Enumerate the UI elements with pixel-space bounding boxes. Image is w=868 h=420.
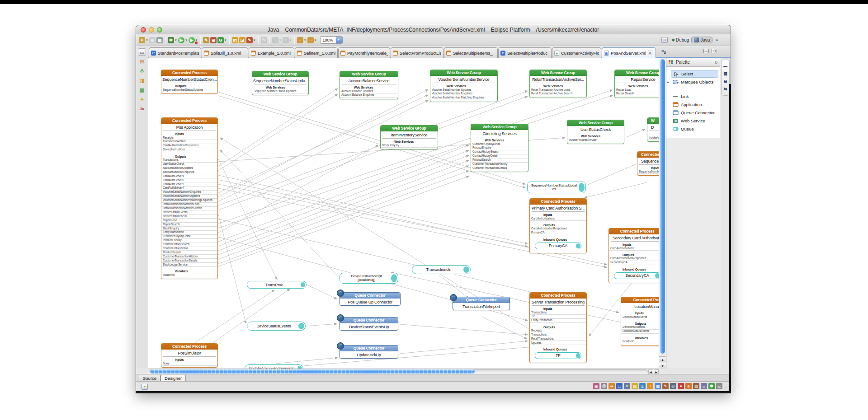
node-port[interactable]: CardAuthServer1 [161,174,217,178]
editor-tab-posandserver-xml[interactable]: ⊞PosAndServer.xml✕ [602,47,656,58]
node-port[interactable]: InvokeActi [647,136,659,140]
repair-node[interactable]: Web Service GroupRepairServiceWeb Servic… [614,70,659,98]
node-port[interactable]: Stock Enquiry [381,144,438,148]
q-seq-updates-queue[interactable]: SequenceNumberStatusUpdat es [527,182,586,193]
pos-app-node[interactable]: Connected ProcessPos ApplicationInputsRe… [161,117,218,279]
restore-view-icon[interactable]: ▭ [138,48,146,56]
notebook-icon[interactable]: ▤ [693,383,699,389]
editor-tab-selectfromproductlis[interactable]: SelectFromProductLis [391,47,443,58]
scroll-down-arrow[interactable]: ▼ [659,363,666,369]
node-port[interactable]: SequenceNumberStatus [637,170,659,174]
node-port[interactable]: Voucher Serial Number Enquiries [430,92,497,96]
debug-button[interactable]: ✱▼ [167,36,178,45]
node-port[interactable]: CustomerTransactionHistory [161,255,217,259]
node-port[interactable]: None [161,362,217,366]
node-port[interactable]: EntityTransaction [530,319,586,323]
error-log-icon[interactable]: ● [678,383,684,389]
node-port[interactable]: Account Balance Updates [340,89,398,93]
node-port[interactable]: CardAuthServer4 [161,187,217,191]
node-port[interactable]: Transactions [161,159,217,163]
node-port[interactable]: DeviceInstructions [621,326,659,330]
inbound-queue-pill[interactable]: PrimaryCA [535,243,581,249]
table-view-icon[interactable]: ▦ [655,383,661,389]
node-port[interactable]: CustomerTransactionDetails [161,259,217,263]
tag-view-icon[interactable]: a [685,383,692,389]
seq-ws-node[interactable]: Web Service GroupSequenceNumberStatusUpd… [252,71,309,95]
editor-tab-sellitem-1-0-xml[interactable]: SellItem_1.0.xml [295,47,338,58]
node-port[interactable]: AccountBalanceUpdates [161,166,217,170]
node-port[interactable]: VoucherSerialNumberEnquiries [161,191,217,195]
node-port[interactable]: StockEnquiry [161,227,217,231]
canvas-horizontal-scrollbar[interactable]: ◀ ▶ [148,369,659,374]
scheduler-icon[interactable]: ◔ [647,383,653,389]
q-device-status-queue[interactable]: DeviceStatusEvents [247,322,306,331]
tab-source[interactable]: Source [139,375,160,381]
seq-client-node[interactable]: Connected ProcessSequenceNumberStatusCli… [161,70,218,94]
console-icon[interactable]: ◱ [716,383,722,389]
palette-item-queue-connector[interactable]: Queue Connector [671,109,718,117]
node-port[interactable]: AccountBalanceEnquiries [161,170,217,174]
minimized-bar-icon[interactable]: ▬ [722,63,729,69]
palette-item-queue[interactable]: Queue [671,125,718,133]
run-external-button[interactable]: ▶▼ [188,36,198,45]
import-button[interactable]: ↓▼ [272,36,282,45]
expander-icon[interactable]: ▸ [667,80,669,84]
zoom-dropdown-button[interactable]: ▼ [336,37,342,43]
forward-button[interactable]: →▼ [307,36,317,45]
node-port[interactable]: CardAuthorisationResponses [530,227,586,231]
vertical-scroll-thumb[interactable] [660,59,665,354]
palette-collapse-arrow[interactable]: ▷ [715,60,718,65]
connections-icon[interactable]: ✦ [138,96,146,103]
location-manager-node[interactable]: Connected ProcesLocationManagerInputsDev… [621,297,659,346]
scroll-right-arrow[interactable]: ▶ [654,369,659,374]
node-port[interactable]: EntityTransaction [161,231,217,235]
refresh-icon[interactable]: ➔ [609,383,615,389]
qc-device-up-node[interactable]: Queue ConnectorDeviceStatusEventsUp [340,317,398,331]
node-port[interactable]: ContactHistoryDetail [161,247,217,251]
node-port[interactable]: Retail Transaction Archive Load [530,88,586,92]
node-port[interactable]: InvoiceProcessService [567,138,624,142]
node-port[interactable]: RetailTransactions [530,337,586,341]
node-port[interactable]: SequenceNumberStatusUpdates [161,88,217,92]
editor-tab-selectmultipleproduc[interactable]: PSelectMultipleProduc [498,47,552,58]
palette-header[interactable]: Palette ▷ [666,58,720,67]
node-port[interactable]: Transactions [530,333,586,337]
node-port[interactable]: RetailTransactionArchiveSearch [161,207,217,211]
diagram-canvas[interactable]: Connected ProcessSequenceNumberStatusCli… [148,58,659,369]
qc-file-import-node[interactable]: Queue ConnectorTransactionFileImport [453,297,510,310]
secure-folder-icon[interactable]: ▨ [632,383,638,389]
node-port[interactable]: Voucher Serial Number Updates [430,88,497,92]
palette-item-select[interactable]: Select [671,70,718,78]
node-port[interactable]: LocationStatusEvents [621,330,659,334]
maximize-editor-icon[interactable]: ❐ [712,49,717,53]
node-port[interactable]: VoucherSerialNumberMatchingEnquiries [161,199,217,203]
ws-cut-node[interactable]: WDWeb SInvokeActi [647,117,659,142]
cp-cut-node[interactable]: ConnectedSequenceNumbInputsSequenceNumbe… [637,151,659,176]
node-port[interactable]: Receipts [161,136,217,140]
node-port[interactable]: Updates [530,341,586,345]
canvas-vertical-scrollbar[interactable]: ▲ ▼ [659,58,665,369]
debug-perspective-button[interactable]: ✱Debug [669,37,691,43]
views-grid-icon[interactable]: ⊞ [138,58,146,65]
node-port[interactable]: PrimaryCA [530,231,586,235]
node-port[interactable]: TP [530,315,586,319]
search-view-icon[interactable]: ◎ [670,383,676,389]
node-port[interactable]: CustomerTransactionHistory [471,163,528,167]
primary-ca-node[interactable]: Connected ProcessPrimary Card Authorisat… [529,198,587,253]
new-java-project-button[interactable]: ✎ [203,36,210,45]
outline-view-icon[interactable]: ▤ [722,71,729,77]
node-port[interactable]: CardAuthorisationResponses [161,144,217,148]
close-traffic-light[interactable] [141,27,146,33]
node-port[interactable]: UserStatusCheck [161,163,217,167]
node-port[interactable]: DeviceInstructions [161,148,217,152]
package-explorer-icon[interactable]: ◨ [138,77,146,84]
scroll-left-arrow[interactable]: ◀ [648,369,653,374]
java-perspective-button[interactable]: Java [691,37,712,43]
q-transproc-queue[interactable]: TransProc [247,281,307,289]
node-port[interactable]: DeviceStatusEvents [621,315,659,319]
node-port[interactable]: CustomerLoyaltyDetail [471,142,528,146]
node-port[interactable]: ProductSearch [161,251,217,255]
qc-pos-up-node[interactable]: Queue ConnectorPos Queue Up Connector [340,292,401,306]
inbound-queue-pill[interactable]: TP [535,352,581,359]
palette-item-marquee-objects[interactable]: ▸Marquee Objects [671,78,718,86]
